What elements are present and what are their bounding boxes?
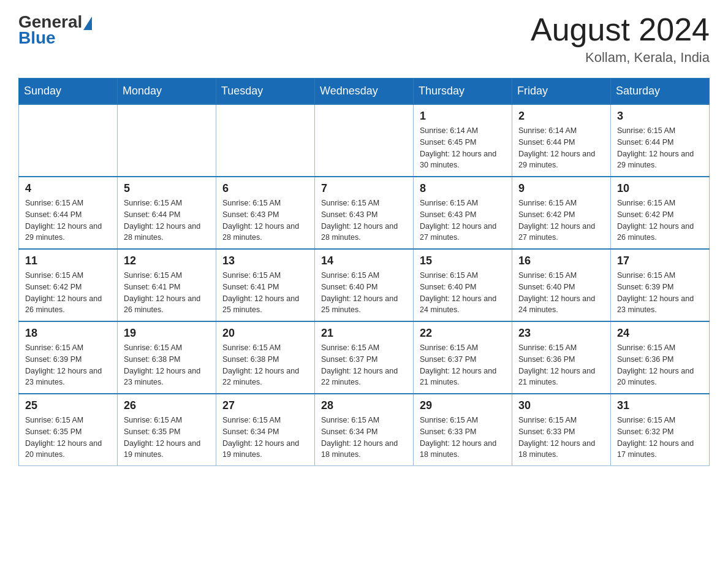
day-info: Sunrise: 6:15 AM Sunset: 6:33 PM Dayligh…: [420, 415, 506, 461]
calendar-title-block: August 2024 Kollam, Kerala, India: [531, 12, 710, 66]
day-number: 20: [222, 327, 308, 340]
day-info: Sunrise: 6:15 AM Sunset: 6:40 PM Dayligh…: [420, 270, 506, 316]
calendar-cell: 6Sunrise: 6:15 AM Sunset: 6:43 PM Daylig…: [216, 177, 315, 249]
day-number: 28: [321, 399, 407, 412]
day-number: 5: [124, 182, 210, 195]
day-number: 2: [518, 110, 604, 123]
col-header-thursday: Thursday: [414, 79, 512, 105]
calendar-subtitle: Kollam, Kerala, India: [531, 50, 710, 66]
day-info: Sunrise: 6:15 AM Sunset: 6:44 PM Dayligh…: [124, 197, 210, 243]
day-info: Sunrise: 6:15 AM Sunset: 6:32 PM Dayligh…: [617, 415, 703, 461]
calendar-cell: 2Sunrise: 6:14 AM Sunset: 6:44 PM Daylig…: [512, 104, 611, 177]
week-row-2: 4Sunrise: 6:15 AM Sunset: 6:44 PM Daylig…: [19, 177, 710, 249]
day-number: 21: [321, 327, 407, 340]
day-info: Sunrise: 6:15 AM Sunset: 6:43 PM Dayligh…: [222, 197, 308, 243]
day-info: Sunrise: 6:14 AM Sunset: 6:44 PM Dayligh…: [518, 125, 604, 171]
day-number: 17: [617, 255, 703, 267]
col-header-wednesday: Wednesday: [315, 79, 414, 105]
calendar-cell: 7Sunrise: 6:15 AM Sunset: 6:43 PM Daylig…: [315, 177, 414, 249]
day-info: Sunrise: 6:14 AM Sunset: 6:45 PM Dayligh…: [420, 125, 506, 171]
day-number: 1: [420, 110, 506, 123]
day-info: Sunrise: 6:15 AM Sunset: 6:43 PM Dayligh…: [420, 197, 506, 243]
calendar-cell: 3Sunrise: 6:15 AM Sunset: 6:44 PM Daylig…: [611, 104, 710, 177]
day-info: Sunrise: 6:15 AM Sunset: 6:33 PM Dayligh…: [518, 415, 604, 461]
calendar-cell: 16Sunrise: 6:15 AM Sunset: 6:40 PM Dayli…: [512, 249, 611, 321]
calendar-cell: 20Sunrise: 6:15 AM Sunset: 6:38 PM Dayli…: [216, 321, 315, 394]
day-info: Sunrise: 6:15 AM Sunset: 6:41 PM Dayligh…: [124, 270, 210, 316]
week-row-5: 25Sunrise: 6:15 AM Sunset: 6:35 PM Dayli…: [19, 394, 710, 466]
calendar-cell: 24Sunrise: 6:15 AM Sunset: 6:36 PM Dayli…: [611, 321, 710, 394]
calendar-cell: 25Sunrise: 6:15 AM Sunset: 6:35 PM Dayli…: [19, 394, 118, 466]
col-header-friday: Friday: [512, 79, 611, 105]
calendar-cell: 5Sunrise: 6:15 AM Sunset: 6:44 PM Daylig…: [118, 177, 216, 249]
day-number: 30: [518, 399, 604, 412]
calendar-cell: 11Sunrise: 6:15 AM Sunset: 6:42 PM Dayli…: [19, 249, 118, 321]
day-info: Sunrise: 6:15 AM Sunset: 6:39 PM Dayligh…: [617, 270, 703, 316]
calendar-cell: 22Sunrise: 6:15 AM Sunset: 6:37 PM Dayli…: [414, 321, 512, 394]
day-info: Sunrise: 6:15 AM Sunset: 6:39 PM Dayligh…: [25, 342, 111, 388]
page-header: General Blue August 2024 Kollam, Kerala,…: [18, 12, 710, 66]
calendar-cell: 29Sunrise: 6:15 AM Sunset: 6:33 PM Dayli…: [414, 394, 512, 466]
calendar-cell: 14Sunrise: 6:15 AM Sunset: 6:40 PM Dayli…: [315, 249, 414, 321]
day-number: 8: [420, 182, 506, 195]
day-info: Sunrise: 6:15 AM Sunset: 6:40 PM Dayligh…: [518, 270, 604, 316]
day-number: 26: [124, 399, 210, 412]
day-number: 18: [25, 327, 111, 340]
day-info: Sunrise: 6:15 AM Sunset: 6:37 PM Dayligh…: [420, 342, 506, 388]
day-number: 4: [25, 182, 111, 195]
calendar-cell: 12Sunrise: 6:15 AM Sunset: 6:41 PM Dayli…: [118, 249, 216, 321]
calendar-cell: [118, 104, 216, 177]
logo: General Blue: [18, 12, 92, 48]
day-info: Sunrise: 6:15 AM Sunset: 6:35 PM Dayligh…: [124, 415, 210, 461]
day-info: Sunrise: 6:15 AM Sunset: 6:37 PM Dayligh…: [321, 342, 407, 388]
calendar-cell: 18Sunrise: 6:15 AM Sunset: 6:39 PM Dayli…: [19, 321, 118, 394]
calendar-cell: 8Sunrise: 6:15 AM Sunset: 6:43 PM Daylig…: [414, 177, 512, 249]
day-info: Sunrise: 6:15 AM Sunset: 6:36 PM Dayligh…: [617, 342, 703, 388]
day-info: Sunrise: 6:15 AM Sunset: 6:44 PM Dayligh…: [25, 197, 111, 243]
week-row-1: 1Sunrise: 6:14 AM Sunset: 6:45 PM Daylig…: [19, 104, 710, 177]
calendar-cell: 9Sunrise: 6:15 AM Sunset: 6:42 PM Daylig…: [512, 177, 611, 249]
calendar-cell: [216, 104, 315, 177]
day-info: Sunrise: 6:15 AM Sunset: 6:42 PM Dayligh…: [25, 270, 111, 316]
calendar-title: August 2024: [531, 12, 710, 47]
day-info: Sunrise: 6:15 AM Sunset: 6:34 PM Dayligh…: [321, 415, 407, 461]
day-number: 31: [617, 399, 703, 412]
calendar-cell: 26Sunrise: 6:15 AM Sunset: 6:35 PM Dayli…: [118, 394, 216, 466]
day-number: 27: [222, 399, 308, 412]
day-info: Sunrise: 6:15 AM Sunset: 6:42 PM Dayligh…: [518, 197, 604, 243]
calendar-cell: 23Sunrise: 6:15 AM Sunset: 6:36 PM Dayli…: [512, 321, 611, 394]
day-info: Sunrise: 6:15 AM Sunset: 6:44 PM Dayligh…: [617, 125, 703, 171]
calendar-cell: 19Sunrise: 6:15 AM Sunset: 6:38 PM Dayli…: [118, 321, 216, 394]
day-info: Sunrise: 6:15 AM Sunset: 6:36 PM Dayligh…: [518, 342, 604, 388]
week-row-3: 11Sunrise: 6:15 AM Sunset: 6:42 PM Dayli…: [19, 249, 710, 321]
day-info: Sunrise: 6:15 AM Sunset: 6:34 PM Dayligh…: [222, 415, 308, 461]
day-number: 22: [420, 327, 506, 340]
day-number: 9: [518, 182, 604, 195]
day-info: Sunrise: 6:15 AM Sunset: 6:35 PM Dayligh…: [25, 415, 111, 461]
calendar-cell: [19, 104, 118, 177]
day-info: Sunrise: 6:15 AM Sunset: 6:40 PM Dayligh…: [321, 270, 407, 316]
day-info: Sunrise: 6:15 AM Sunset: 6:38 PM Dayligh…: [124, 342, 210, 388]
col-header-monday: Monday: [118, 79, 216, 105]
calendar-cell: 10Sunrise: 6:15 AM Sunset: 6:42 PM Dayli…: [611, 177, 710, 249]
day-number: 13: [222, 255, 308, 267]
calendar-cell: 4Sunrise: 6:15 AM Sunset: 6:44 PM Daylig…: [19, 177, 118, 249]
day-number: 16: [518, 255, 604, 267]
calendar-cell: 1Sunrise: 6:14 AM Sunset: 6:45 PM Daylig…: [414, 104, 512, 177]
calendar-cell: [315, 104, 414, 177]
logo-blue-text: Blue: [18, 28, 92, 48]
calendar-cell: 17Sunrise: 6:15 AM Sunset: 6:39 PM Dayli…: [611, 249, 710, 321]
col-header-sunday: Sunday: [19, 79, 118, 105]
calendar-table: SundayMondayTuesdayWednesdayThursdayFrid…: [18, 78, 710, 466]
day-number: 14: [321, 255, 407, 267]
day-number: 6: [222, 182, 308, 195]
col-header-saturday: Saturday: [611, 79, 710, 105]
day-number: 12: [124, 255, 210, 267]
week-row-4: 18Sunrise: 6:15 AM Sunset: 6:39 PM Dayli…: [19, 321, 710, 394]
col-header-tuesday: Tuesday: [216, 79, 315, 105]
calendar-cell: 15Sunrise: 6:15 AM Sunset: 6:40 PM Dayli…: [414, 249, 512, 321]
day-info: Sunrise: 6:15 AM Sunset: 6:41 PM Dayligh…: [222, 270, 308, 316]
day-number: 3: [617, 110, 703, 123]
calendar-header-row: SundayMondayTuesdayWednesdayThursdayFrid…: [19, 79, 710, 105]
day-number: 29: [420, 399, 506, 412]
